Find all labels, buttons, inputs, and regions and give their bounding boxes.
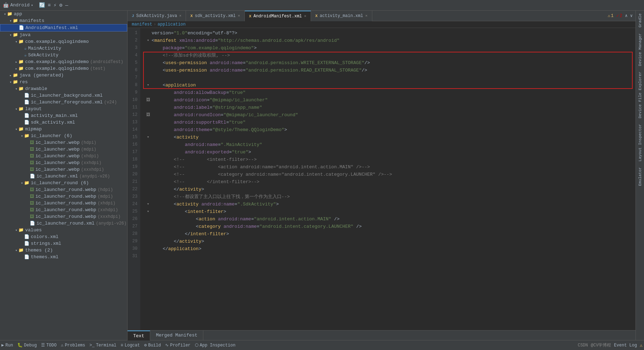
sidebar-item-ic_launcher_round_mdpi[interactable]: 🖼ic_launcher_round.webp(mdpi) — [0, 193, 127, 200]
sidebar-item-sdkactivity[interactable]: ☕SdkActivity — [0, 52, 127, 58]
sidebar-item-res[interactable]: ▾📁res — [0, 79, 127, 85]
sidebar-item-themes_group[interactable]: ▾📁themes (2) — [0, 247, 127, 254]
bottom-tool-build[interactable]: ⚙Build — [144, 343, 161, 348]
sidebar-item-ic_launcher_round_xxxhdpi[interactable]: 🖼ic_launcher_round.webp(xxxhdpi) — [0, 213, 127, 220]
run-icon[interactable]: ⚡ — [53, 2, 56, 8]
fold-arrow[interactable]: ▾ — [145, 134, 152, 141]
sidebar-item-ic_launcher_background[interactable]: 📄ic_launcher_background.xml — [0, 92, 127, 99]
sync-icon[interactable]: 🔄 — [39, 2, 45, 8]
code-line-28[interactable]: </intent-filter> — [145, 230, 635, 238]
sidebar-item-ic_launcher_round_xhdpi[interactable]: 🖼ic_launcher_round.webp(xhdpi) — [0, 200, 127, 207]
tab-sdkactivity-java[interactable]: JSdkActivity.java× — [128, 11, 186, 21]
sidebar-item-layout[interactable]: ▾📁layout — [0, 106, 127, 112]
code-line-7[interactable] — [145, 74, 635, 81]
code-line-3[interactable]: package="com.example.qqlogindemo"> — [145, 44, 635, 52]
fold-arrow[interactable]: ▾ — [145, 37, 152, 44]
breadcrumb-application[interactable]: application — [158, 22, 186, 27]
code-line-18[interactable]: <!-- <intent-filter>--> — [145, 156, 635, 163]
bottom-tool-terminal[interactable]: >_Terminal — [90, 343, 117, 348]
sidebar-item-java[interactable]: ▾📁java — [0, 32, 127, 38]
code-line-24[interactable]: ▾ <activity android:name=".SdkActivity"> — [145, 201, 635, 208]
event-log-button[interactable]: Event Log — [614, 343, 637, 348]
bottom-tool-logcat[interactable]: ≡Logcat — [121, 343, 140, 348]
expand-icon[interactable]: ∧ ∨ — [625, 13, 633, 18]
sidebar-item-com.example.qqlogindemo[interactable]: ▾📁com.example.qqlogindemo — [0, 38, 127, 45]
sidebar-item-mipmap[interactable]: ▾📁mipmap — [0, 126, 127, 132]
code-line-6[interactable]: <uses-permission android:name="android.p… — [145, 67, 635, 74]
sidebar-item-sdk_activity_xml[interactable]: 📄sdk_activity.xml — [0, 119, 127, 126]
sidebar-item-ic_launcher_hdpi[interactable]: 🖼ic_launcher.webp(hdpi) — [0, 139, 127, 146]
bottom-tool-debug[interactable]: 🐛Debug — [17, 343, 37, 348]
code-line-30[interactable]: </application> — [145, 245, 635, 253]
bottom-tool-todo[interactable]: ☰TODO — [41, 343, 57, 348]
sidebar-item-ic_launcher_group[interactable]: ▾📁ic_launcher (6) — [0, 132, 127, 139]
sidebar-item-colors_xml[interactable]: 📄colors.xml — [0, 233, 127, 240]
sidebar-item-ic_launcher_xxhdpi[interactable]: 🖼ic_launcher.webp(xxhdpi) — [0, 159, 127, 166]
sidebar-item-ic_launcher_round_hdpi[interactable]: 🖼ic_launcher_round.webp(hdpi) — [0, 186, 127, 193]
sidebar-item-java-generated[interactable]: ▸📁java (generated) — [0, 72, 127, 79]
fold-arrow[interactable]: ▾ — [145, 201, 152, 208]
code-line-27[interactable]: <category android:name="android.intent.c… — [145, 223, 635, 230]
code-line-15[interactable]: ▾ <activity — [145, 134, 635, 141]
sidebar-item-ic_launcher_xhdpi[interactable]: 🖼ic_launcher.webp(xhdpi) — [0, 153, 127, 159]
code-line-16[interactable]: android:name=".MainActivity" — [145, 141, 635, 148]
sidebar-item-themes_xml[interactable]: 📄themes.xml — [0, 254, 127, 260]
bottom-tool-app-inspection[interactable]: ⬡App Inspection — [195, 343, 236, 348]
code-line-23[interactable]: <!--都设置了主入口以上往下找，第一个作为主入口--> — [145, 193, 635, 201]
sidebar-item-ic_launcher_foreground[interactable]: 📄ic_launcher_foreground.xml(v24) — [0, 99, 127, 106]
right-panel-device-manager[interactable]: Device Manager — [638, 30, 642, 69]
sidebar-item-strings_xml[interactable]: 📄strings.xml — [0, 240, 127, 247]
code-line-17[interactable]: android:exported="true"> — [145, 148, 635, 156]
bottom-tool-run[interactable]: ▶Run — [1, 343, 13, 348]
tab-merged[interactable]: Merged Manifest — [150, 331, 203, 340]
settings-icon[interactable]: ⚙ — [59, 2, 62, 8]
sidebar-item-ic_launcher_mdpi[interactable]: 🖼ic_launcher.webp(mdpi) — [0, 146, 127, 153]
sidebar-item-com.example.qqlogindemo.test2[interactable]: ▸📁com.example.qqlogindemo(test) — [0, 65, 127, 72]
sidebar-item-mainactivity[interactable]: ☕MainActivity — [0, 45, 127, 52]
project-title[interactable]: 🤖 Android ▾ — [3, 2, 33, 8]
tab-sdk-activity-xml[interactable]: Xsdk_activity.xml× — [186, 11, 244, 21]
sidebar-item-values[interactable]: ▾📁values — [0, 227, 127, 233]
sidebar-item-ic_launcher_round_group[interactable]: ▾📁ic_launcher_round (6) — [0, 180, 127, 186]
right-panel-gradle[interactable]: Gradle — [638, 11, 642, 30]
sidebar-item-drawable[interactable]: ▾📁drawable — [0, 85, 127, 92]
code-line-9[interactable]: android:allowBackup="true" — [145, 89, 635, 96]
code-line-5[interactable]: <uses-permission android:name="android.p… — [145, 59, 635, 67]
build-icon[interactable]: ≡ — [48, 2, 51, 8]
code-line-20[interactable]: <!-- <category android:name="android.int… — [145, 171, 635, 178]
code-line-25[interactable]: ▾ <intent-filter> — [145, 208, 635, 215]
right-panel-device-file-explorer[interactable]: Device File Explorer — [638, 69, 642, 121]
sidebar-item-androidmanifest[interactable]: 📄AndroidManifest.xml — [0, 24, 127, 32]
sidebar-item-ic_launcher_xxxhdpi[interactable]: 🖼ic_launcher.webp(xxxhdpi) — [0, 166, 127, 173]
code-line-1[interactable]: version="1.0" encoding="utf-8"?> — [145, 29, 635, 37]
tab-text[interactable]: Text — [128, 331, 150, 340]
code-line-12[interactable]: 🖼 android:roundIcon="@mipmap/ic_launcher… — [145, 111, 635, 119]
project-dropdown-icon[interactable]: ▾ — [31, 3, 33, 7]
code-line-22[interactable]: </activity> — [145, 186, 635, 193]
bottom-tool-problems[interactable]: ⚠Problems — [61, 343, 85, 348]
sidebar-item-ic_launcher_anydpi[interactable]: 📄ic_launcher.xml(anydpi-v26) — [0, 173, 127, 180]
sidebar-item-app[interactable]: ▾📁app — [0, 11, 127, 17]
code-line-31[interactable] — [145, 253, 635, 260]
sidebar-item-activity_main_xml[interactable]: 📄activity_main.xml — [0, 112, 127, 119]
code-line-14[interactable]: android:theme="@style/Theme.QQloginDemo"… — [145, 126, 635, 134]
sidebar-item-ic_launcher_round_xxhdpi[interactable]: 🖼ic_launcher_round.webp(xxhdpi) — [0, 207, 127, 213]
breadcrumb-manifest[interactable]: manifest — [132, 22, 152, 27]
right-panel-emulator[interactable]: Emulator — [638, 164, 642, 189]
code-line-21[interactable]: <!-- </intent-filter>--> — [145, 178, 635, 186]
code-line-8[interactable]: ▾ <application — [145, 81, 635, 89]
code-content[interactable]: version="1.0" encoding="utf-8"?>▾<manife… — [140, 28, 635, 330]
menu-icon[interactable]: — — [65, 2, 68, 8]
code-line-4[interactable]: <!--添加sd卡的读取权限, --> — [145, 52, 635, 59]
code-line-26[interactable]: <action android:name="android.intent.act… — [145, 215, 635, 223]
tab-close-button[interactable]: × — [304, 14, 306, 18]
tab-activity-main-xml[interactable]: Xactivity_main.xml× — [311, 11, 372, 21]
sidebar-item-ic_launcher_round_anydpi[interactable]: 📄ic_launcher_round.xml(anydpi-v26) — [0, 220, 127, 227]
code-line-2[interactable]: ▾<manifest xmlns:android="http://schemas… — [145, 37, 635, 44]
tab-androidmanifest-xml[interactable]: XAndroidManifest.xml× — [245, 11, 311, 21]
tab-close-button[interactable]: × — [179, 14, 182, 18]
right-panel-layout-inspector[interactable]: Layout Inspector — [638, 121, 642, 164]
bottom-tool-profiler[interactable]: ∿Profiler — [165, 343, 191, 348]
fold-arrow[interactable]: ▾ — [145, 81, 152, 89]
fold-arrow[interactable]: ▾ — [145, 208, 152, 215]
